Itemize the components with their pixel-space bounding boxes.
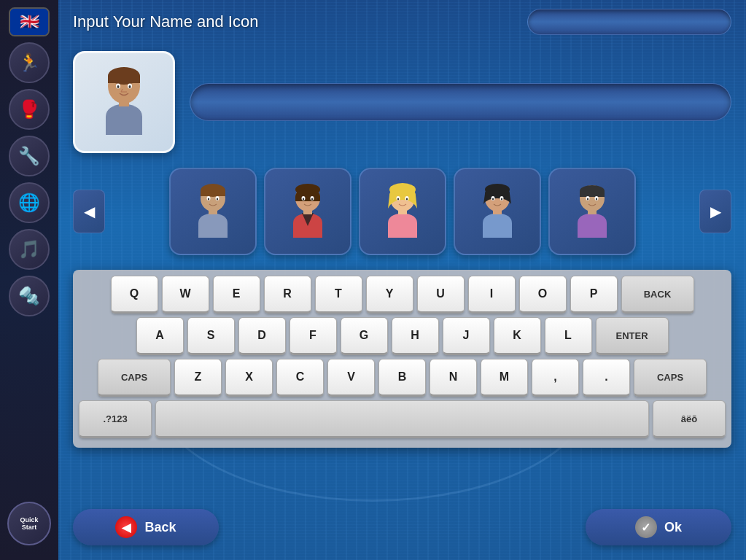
key-space[interactable]: [155, 400, 649, 438]
avatar-3-image: [376, 182, 429, 241]
svg-point-29: [405, 198, 407, 201]
svg-rect-39: [580, 191, 605, 197]
key-g[interactable]: G: [341, 317, 388, 355]
quick-start-label: Quick Start: [20, 516, 38, 531]
avatar-5-image: [566, 182, 618, 241]
svg-point-6: [117, 85, 120, 88]
keyboard: Q W E R T Y U I O P BACK A S D F G H J K…: [73, 270, 731, 448]
svg-rect-32: [493, 210, 502, 214]
avatar-next-button[interactable]: ▶: [699, 190, 731, 233]
key-n[interactable]: N: [430, 359, 477, 397]
key-y[interactable]: Y: [366, 276, 413, 314]
settings-icon: 🔩: [18, 286, 40, 306]
flag-button[interactable]: [9, 7, 50, 36]
svg-rect-11: [209, 210, 217, 214]
key-r[interactable]: R: [264, 276, 311, 314]
key-a[interactable]: A: [136, 317, 184, 355]
key-enter[interactable]: ENTER: [596, 317, 669, 355]
fighting-icon: 🥊: [18, 99, 40, 120]
svg-point-44: [595, 198, 597, 201]
svg-point-15: [216, 198, 217, 201]
key-special-chars[interactable]: âëõ: [653, 400, 726, 438]
key-j[interactable]: J: [443, 317, 490, 355]
key-v[interactable]: V: [327, 359, 375, 397]
key-p[interactable]: P: [570, 276, 618, 314]
key-z[interactable]: Z: [174, 359, 222, 397]
key-caps-left[interactable]: CAPS: [98, 359, 171, 397]
main-content: Input Your Name and Icon: [58, 0, 746, 560]
quick-start-button[interactable]: Quick Start: [7, 502, 51, 545]
sports-icon: 🏃: [18, 52, 40, 73]
tools-icon: 🔧: [18, 146, 40, 166]
avatar-1-image: [187, 182, 239, 241]
avatar-options: [114, 168, 691, 255]
keyboard-row-1: Q W E R T Y U I O P BACK: [79, 276, 726, 314]
svg-point-28: [397, 198, 398, 201]
fighting-button[interactable]: 🥊: [9, 89, 50, 130]
sports-button[interactable]: 🏃: [9, 42, 50, 83]
header-bar: [527, 9, 731, 35]
key-s[interactable]: S: [187, 317, 235, 355]
ok-icon: ✓: [635, 516, 657, 538]
avatar-section: [73, 51, 731, 153]
page-title: Input Your Name and Icon: [73, 12, 258, 31]
key-u[interactable]: U: [417, 276, 465, 314]
music-icon: 🎵: [18, 239, 40, 260]
key-period[interactable]: .: [583, 359, 630, 397]
key-d[interactable]: D: [238, 317, 286, 355]
avatar-option-1[interactable]: [169, 168, 257, 255]
key-w[interactable]: W: [162, 276, 209, 314]
key-backspace[interactable]: BACK: [621, 276, 694, 314]
svg-rect-25: [398, 210, 407, 214]
selected-avatar[interactable]: [73, 51, 175, 153]
key-x[interactable]: X: [225, 359, 273, 397]
svg-point-21: [302, 198, 303, 201]
bottom-buttons: ◀ Back ✓ Ok: [73, 509, 731, 545]
key-c[interactable]: C: [276, 359, 324, 397]
svg-point-7: [129, 85, 131, 88]
sidebar: 🏃 🥊 🔧 🌐 🎵 🔩 Quick Start: [0, 0, 58, 560]
ok-button[interactable]: ✓ Ok: [586, 509, 731, 545]
keyboard-row-3: CAPS Z X C V B N M , . CAPS: [79, 359, 726, 397]
key-caps-right[interactable]: CAPS: [634, 359, 707, 397]
keyboard-row-4: .?123 âëõ: [79, 400, 726, 438]
key-comma[interactable]: ,: [532, 359, 579, 397]
avatar-option-4[interactable]: [454, 168, 541, 255]
svg-point-43: [586, 198, 588, 201]
name-input[interactable]: [190, 83, 731, 121]
svg-point-35: [491, 198, 493, 201]
key-o[interactable]: O: [519, 276, 567, 314]
key-l[interactable]: L: [545, 317, 592, 355]
avatar-option-3[interactable]: [359, 168, 446, 255]
key-e[interactable]: E: [213, 276, 260, 314]
avatar-option-2[interactable]: [264, 168, 351, 255]
key-k[interactable]: K: [494, 317, 541, 355]
svg-rect-3: [119, 101, 129, 106]
key-b[interactable]: B: [378, 359, 426, 397]
key-h[interactable]: H: [392, 317, 439, 355]
avatar-option-5[interactable]: [548, 168, 636, 255]
settings-button[interactable]: 🔩: [9, 276, 50, 316]
key-q[interactable]: Q: [111, 276, 158, 314]
svg-rect-10: [201, 190, 225, 196]
svg-rect-2: [108, 76, 140, 83]
back-label: Back: [144, 520, 176, 535]
svg-rect-18: [303, 210, 312, 214]
avatar-picker: ◀: [73, 168, 731, 255]
selected-avatar-image: [91, 66, 157, 139]
svg-point-36: [500, 198, 502, 201]
globe-icon: 🌐: [18, 192, 40, 213]
key-numbers[interactable]: .?123: [79, 400, 152, 438]
music-button[interactable]: 🎵: [9, 229, 50, 270]
avatar-prev-button[interactable]: ◀: [73, 190, 105, 233]
back-icon: ◀: [115, 516, 137, 538]
key-t[interactable]: T: [315, 276, 362, 314]
svg-rect-40: [588, 210, 597, 214]
tools-button[interactable]: 🔧: [9, 136, 50, 176]
key-m[interactable]: M: [481, 359, 528, 397]
key-f[interactable]: F: [290, 317, 337, 355]
globe-button[interactable]: 🌐: [9, 182, 50, 223]
back-button[interactable]: ◀ Back: [73, 509, 219, 545]
key-i[interactable]: I: [468, 276, 516, 314]
svg-point-14: [207, 198, 209, 201]
